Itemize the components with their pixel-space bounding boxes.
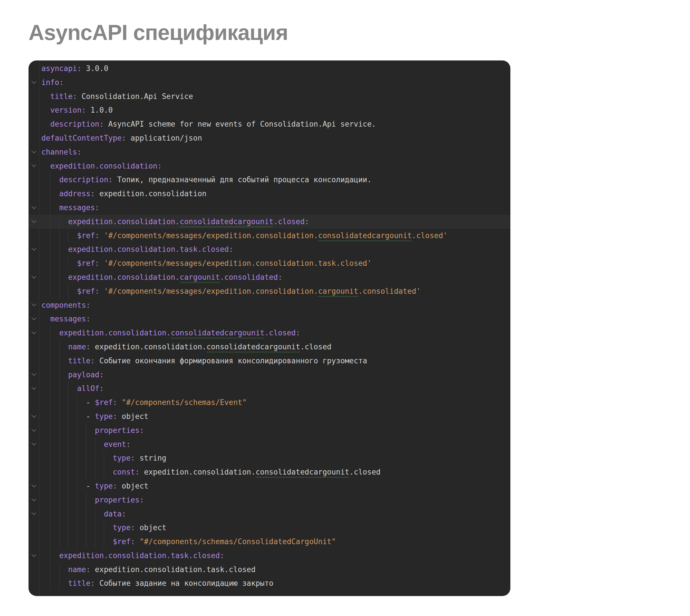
indent-guide bbox=[59, 563, 60, 577]
indent-guide bbox=[86, 493, 86, 507]
code-line: expedition.consolidation.task.closed: bbox=[28, 242, 510, 256]
indent-guide bbox=[68, 521, 68, 535]
indent-guide bbox=[59, 535, 60, 549]
indent-guide bbox=[68, 229, 68, 243]
fold-chevron-icon[interactable] bbox=[31, 413, 36, 418]
code-line: name: expedition.consolidation.task.clos… bbox=[28, 563, 510, 577]
code-text: expedition.consolidation.task.closed: bbox=[39, 549, 510, 563]
code-text: $ref: '#/components/messages/expedition.… bbox=[39, 256, 510, 270]
code-text: defaultContentType: application/json bbox=[39, 131, 510, 145]
code-line: type: string bbox=[28, 451, 510, 465]
fold-gutter bbox=[28, 535, 39, 549]
indent-guide bbox=[50, 256, 50, 270]
indent-guide bbox=[50, 242, 50, 256]
fold-gutter bbox=[28, 256, 39, 270]
fold-chevron-icon[interactable] bbox=[31, 329, 36, 334]
fold-chevron-icon[interactable] bbox=[31, 302, 36, 306]
indent-guide bbox=[50, 381, 50, 396]
spellcheck-squiggle: consolidatedcargounit bbox=[180, 217, 273, 226]
indent-guide bbox=[59, 576, 60, 590]
code-text: properties: bbox=[39, 493, 510, 507]
page: { "title": "AsyncAPI спецификация", "col… bbox=[0, 0, 690, 616]
code-line: $ref: '#/components/messages/expedition.… bbox=[28, 256, 510, 270]
fold-gutter bbox=[28, 479, 39, 493]
fold-chevron-icon[interactable] bbox=[31, 510, 36, 515]
fold-gutter bbox=[28, 62, 39, 75]
fold-chevron-icon[interactable] bbox=[31, 441, 36, 445]
indent-guide bbox=[59, 438, 60, 452]
fold-gutter bbox=[28, 103, 39, 117]
code-text: expedition.consolidation.consolidatedcar… bbox=[39, 215, 510, 229]
indent-guide bbox=[77, 507, 77, 521]
fold-chevron-icon[interactable] bbox=[31, 204, 36, 209]
code-line: const: expedition.consolidation.consolid… bbox=[28, 465, 510, 479]
code-text: type: object bbox=[39, 521, 510, 535]
fold-gutter bbox=[28, 521, 39, 535]
indent-guide bbox=[50, 479, 50, 493]
code-text: event: bbox=[39, 438, 510, 452]
fold-chevron-icon[interactable] bbox=[31, 385, 36, 390]
indent-guide bbox=[68, 410, 68, 423]
code-line: description: Топик, предназначенный для … bbox=[28, 173, 510, 187]
code-line: address: expedition.consolidation bbox=[28, 187, 510, 201]
fold-gutter bbox=[28, 131, 39, 145]
fold-gutter bbox=[28, 423, 39, 438]
indent-guide bbox=[50, 396, 50, 410]
code-line: version: 1.0.0 bbox=[28, 103, 510, 117]
indent-guide bbox=[68, 479, 68, 493]
fold-gutter bbox=[28, 549, 39, 563]
code-line: title: Событие задание на консолидацию з… bbox=[28, 576, 510, 590]
indent-guide bbox=[77, 423, 77, 438]
code-text: type: string bbox=[39, 451, 510, 465]
fold-chevron-icon[interactable] bbox=[31, 162, 36, 167]
indent-guide bbox=[77, 465, 77, 479]
indent-guide bbox=[50, 340, 50, 354]
fold-chevron-icon[interactable] bbox=[31, 427, 36, 432]
fold-gutter bbox=[28, 117, 39, 131]
fold-chevron-icon[interactable] bbox=[31, 497, 36, 501]
fold-chevron-icon[interactable] bbox=[31, 315, 36, 320]
fold-chevron-icon[interactable] bbox=[31, 274, 36, 279]
fold-chevron-icon[interactable] bbox=[31, 79, 36, 84]
code-line: channels: bbox=[28, 145, 510, 159]
indent-guide bbox=[104, 465, 104, 479]
fold-gutter bbox=[28, 451, 39, 465]
fold-chevron-icon[interactable] bbox=[31, 246, 36, 251]
fold-gutter bbox=[28, 270, 39, 284]
code-text: properties: bbox=[39, 423, 510, 438]
fold-chevron-icon[interactable] bbox=[31, 552, 36, 557]
code-line: info: bbox=[28, 75, 510, 90]
code-text: name: expedition.consolidation.consolida… bbox=[39, 340, 510, 354]
fold-chevron-icon[interactable] bbox=[31, 218, 36, 223]
indent-guide bbox=[77, 535, 77, 549]
code-text: messages: bbox=[39, 312, 510, 326]
code-line: components: bbox=[28, 298, 510, 312]
indent-guide bbox=[50, 507, 50, 521]
code-line: $ref: "#/components/schemas/Consolidated… bbox=[28, 535, 510, 549]
code-text: const: expedition.consolidation.consolid… bbox=[39, 465, 510, 479]
code-line: event: bbox=[28, 438, 510, 452]
code-line: data: bbox=[28, 507, 510, 521]
indent-guide bbox=[86, 438, 86, 452]
fold-chevron-icon[interactable] bbox=[31, 483, 36, 487]
indent-guide bbox=[50, 354, 50, 368]
fold-gutter bbox=[28, 410, 39, 423]
indent-guide bbox=[50, 368, 50, 382]
fold-chevron-icon[interactable] bbox=[31, 371, 36, 376]
code-line: properties: bbox=[28, 493, 510, 507]
indent-guide bbox=[50, 549, 50, 563]
fold-gutter bbox=[28, 563, 39, 577]
indent-guide bbox=[59, 423, 60, 438]
fold-gutter bbox=[28, 187, 39, 201]
fold-chevron-icon[interactable] bbox=[31, 149, 36, 153]
spellcheck-squiggle: consolidatedcargounit bbox=[171, 329, 265, 337]
fold-gutter bbox=[28, 438, 39, 452]
fold-gutter bbox=[28, 507, 39, 521]
indent-guide bbox=[86, 451, 86, 465]
indent-guide bbox=[50, 215, 50, 229]
code-text: asyncapi: 3.0.0 bbox=[39, 62, 510, 75]
page-title: AsyncAPI спецификация bbox=[28, 21, 288, 44]
code-text: channels: bbox=[39, 145, 510, 159]
fold-gutter bbox=[28, 381, 39, 396]
indent-guide bbox=[50, 173, 50, 187]
